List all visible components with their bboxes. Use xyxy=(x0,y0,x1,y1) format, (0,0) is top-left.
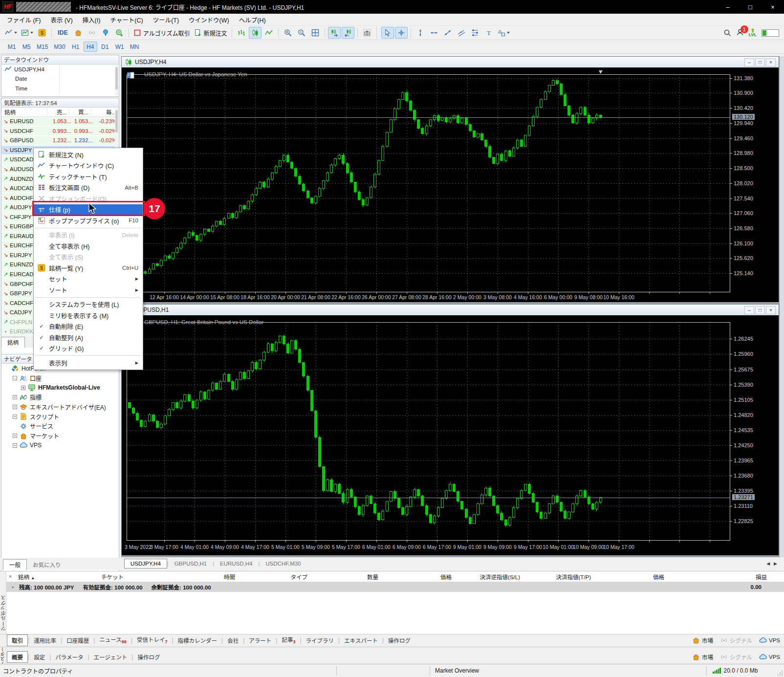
toolbox-button-市場[interactable]: 市場 xyxy=(692,636,713,644)
chart-tab-GBPUSD,H1[interactable]: GBPUSD,H1 xyxy=(169,559,213,568)
expander-icon[interactable]: + xyxy=(21,386,25,390)
close-icon[interactable]: × xyxy=(6,574,14,579)
toolbox-tab-運用比率[interactable]: 運用比率 xyxy=(29,635,61,646)
minimize-button[interactable]: – xyxy=(744,306,754,314)
orders-column-6[interactable]: 決済逆指値(S/L) xyxy=(456,573,524,581)
toolbox-tab-受信トレイ[interactable]: 受信トレイ7 xyxy=(132,634,172,646)
menu-item-[interactable]: 表示列▶ xyxy=(34,357,143,369)
menu-item-V[interactable]: 表示 (V) xyxy=(45,14,77,25)
expander-icon[interactable]: + xyxy=(13,443,17,448)
cursor-tool-button[interactable] xyxy=(381,27,394,39)
toolbox-tab-指標カレンダー[interactable]: 指標カレンダー xyxy=(174,635,222,646)
timeframe-H4[interactable]: H4 xyxy=(84,42,97,52)
toolbox-tab-アラート[interactable]: アラート xyxy=(244,635,276,646)
data-window-header[interactable]: データウインドウ xyxy=(1,55,119,65)
timeframe-H1[interactable]: H1 xyxy=(69,42,83,52)
chart-window-titlebar[interactable]: USDJPY,H4–□× xyxy=(122,57,779,67)
menu-item-H[interactable]: 全て非表示 (H) xyxy=(34,240,143,252)
menu-item-F[interactable]: ファイル (F) xyxy=(2,14,45,25)
toolbox-tab-操作ログ[interactable]: 操作ログ xyxy=(384,635,415,646)
orders-column-5[interactable]: 価格 xyxy=(382,573,456,581)
orders-column-8[interactable]: 価格 xyxy=(595,573,668,581)
navigator-item-jp[interactable]: +指標 xyxy=(1,393,119,402)
expander-icon[interactable]: + xyxy=(13,395,17,399)
timeframe-D1[interactable]: D1 xyxy=(98,42,112,52)
orders-column-3[interactable]: タイプ xyxy=(239,573,311,581)
menu-item-I[interactable]: 挿入(I) xyxy=(78,14,106,25)
menu-item-o[interactable]: ポップアッププライス (o)F10 xyxy=(34,215,143,226)
data-window-scrollbar[interactable] xyxy=(115,65,118,95)
scroll-left-icon[interactable]: ◀ xyxy=(766,561,770,566)
metaeditor-ide-button[interactable]: IDE xyxy=(55,27,71,39)
vps-balloon-button[interactable] xyxy=(99,27,112,39)
menu-item-D[interactable]: 板注文画面 (D)Alt+B xyxy=(34,182,143,194)
market-button[interactable] xyxy=(72,27,85,39)
orders-column-7[interactable]: 決済指値(T/P) xyxy=(524,573,595,581)
line-chart-mode-button[interactable] xyxy=(262,27,275,39)
orders-column-1[interactable]: チケット xyxy=(97,573,180,581)
orders-column-0[interactable]: 銘柄 ▲ xyxy=(14,573,97,581)
menu-item-C[interactable]: チャート(C) xyxy=(105,14,148,25)
column-header-0[interactable]: 銘柄 xyxy=(1,108,47,116)
menu-item-W[interactable]: ウインドウ(W) xyxy=(184,14,234,25)
fibonacci-tool-button[interactable] xyxy=(469,27,481,39)
menu-item-N[interactable]: 新規注文 (N) xyxy=(34,149,143,160)
expander-icon[interactable]: + xyxy=(13,405,17,409)
toolbox-tab-記事[interactable]: 記事3 xyxy=(277,634,300,646)
tab-一般[interactable]: 一般 xyxy=(3,559,27,570)
maximize-button[interactable]: □ xyxy=(755,306,765,314)
close-button[interactable]: × xyxy=(766,58,776,66)
level-indicator[interactable]: ⇧LVL xyxy=(749,29,757,37)
search-icon[interactable] xyxy=(723,29,731,37)
orders-column-2[interactable]: 時間 xyxy=(180,573,239,581)
column-header-1[interactable]: 売... xyxy=(47,108,69,116)
auto-scroll-button[interactable] xyxy=(328,27,341,39)
crosshair-tool-button[interactable] xyxy=(395,27,408,39)
toolbox-tab-ニュース[interactable]: ニュース99 xyxy=(95,634,131,646)
tester-button-シグナル[interactable]: シグナル xyxy=(720,653,752,661)
tab-お気に入り[interactable]: お気に入り xyxy=(27,560,67,570)
navigator-item-jp[interactable]: +スクリプト xyxy=(1,412,119,421)
toolbox-tab-取引[interactable]: 取引 xyxy=(7,634,28,646)
menu-item-A[interactable]: ✓自動整列 (A) xyxy=(34,332,143,343)
open-account-button[interactable] xyxy=(113,27,126,39)
market-watch-header[interactable]: 気配値表示: 17:37:54 xyxy=(1,98,119,108)
tester-tab-操作ログ[interactable]: 操作ログ xyxy=(133,652,164,662)
toolbox-tab-ライブラリ[interactable]: ライブラリ xyxy=(302,635,339,646)
menu-item-H[interactable]: ヘルプ(H) xyxy=(234,14,271,25)
menu-item-G[interactable]: ✓グリッド (G) xyxy=(34,343,143,354)
navigator-item-HFMarketsGlobalLive[interactable]: +HFMarketsGlobal-Live xyxy=(1,383,119,393)
scroll-right-icon[interactable]: ▶ xyxy=(774,561,777,566)
chart-tab-EURUSD,H4[interactable]: EURUSD,H4 xyxy=(214,559,258,568)
market-watch-row[interactable]: ↘USDCHF0.993...0.993...-0.02% xyxy=(1,127,119,136)
tester-tab-設定[interactable]: 設定 xyxy=(29,652,49,662)
vertical-line-tool-button[interactable] xyxy=(414,27,427,39)
expander-icon[interactable]: + xyxy=(13,415,17,419)
algo-trading-button[interactable]: アルゴリズム取引 xyxy=(132,27,192,39)
symbols-dialog-button[interactable]: $ xyxy=(36,27,48,39)
menu-item-[interactable]: セット▶ xyxy=(34,274,143,285)
menu-item-Y[interactable]: $銘柄一覧 (Y)Ctrl+U xyxy=(34,262,143,274)
toolbox-tab-会社[interactable]: 会社 xyxy=(223,635,243,646)
new-order-button[interactable]: 新規注文 xyxy=(193,27,229,39)
maximize-button[interactable]: □ xyxy=(739,0,762,14)
menu-item-S[interactable]: 全て表示 (S) xyxy=(34,252,143,263)
minimize-button[interactable]: – xyxy=(744,58,754,66)
tester-tab-エージェント[interactable]: エージェント xyxy=(89,652,132,662)
maximize-button[interactable]: □ xyxy=(755,58,765,66)
tester-side-caption[interactable]: ストラテジーテスター xyxy=(0,647,6,664)
notifications-button[interactable]: 1 xyxy=(736,28,744,38)
toolbox-tab-口座履歴[interactable]: 口座履歴 xyxy=(62,635,93,646)
resize-grip[interactable] xyxy=(777,670,783,676)
column-header-2[interactable]: 買... xyxy=(69,108,91,116)
zoom-in-button[interactable] xyxy=(282,27,294,39)
horizontal-line-tool-button[interactable] xyxy=(428,27,440,39)
navigator-item-VPS[interactable]: +VPS xyxy=(1,441,119,451)
navigator-item-jp[interactable]: -口座 xyxy=(1,373,119,383)
market-watch-row[interactable]: ↘EURUSD1.053...1.053...-0.23% xyxy=(1,117,119,127)
toolbox-tab-エキスパート[interactable]: エキスパート xyxy=(340,635,382,646)
indicators-button[interactable] xyxy=(20,27,35,39)
channel-tool-button[interactable] xyxy=(455,27,468,39)
chart-canvas[interactable]: 131.380130.900130.420129.940129.460128.9… xyxy=(122,67,779,302)
orders-column-4[interactable]: 数量 xyxy=(311,573,382,581)
